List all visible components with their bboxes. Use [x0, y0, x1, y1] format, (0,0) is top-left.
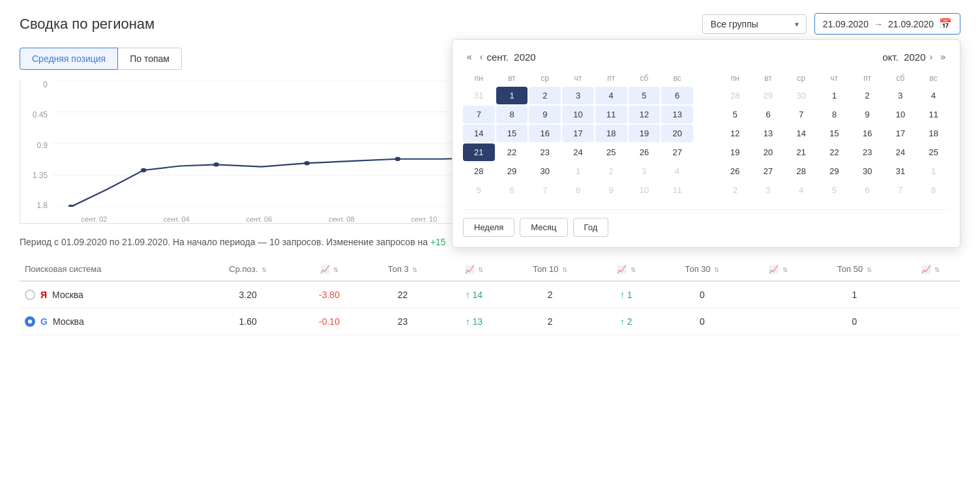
period-week[interactable]: Неделя	[463, 218, 514, 237]
sort-icon-top10[interactable]: ⇅	[562, 266, 567, 273]
cell-top30: 0	[656, 281, 749, 309]
cal-next[interactable]: ›	[926, 50, 937, 63]
cal-day[interactable]: 14	[463, 125, 495, 142]
cal-day[interactable]: 26	[629, 143, 661, 161]
radio-yandex[interactable]	[25, 290, 35, 300]
cal-day[interactable]: 17	[562, 125, 594, 142]
cal-day[interactable]: 25	[595, 143, 627, 161]
cal-day[interactable]: 13	[661, 106, 693, 123]
cal-day[interactable]: 15	[496, 125, 528, 142]
sort-icon-top3[interactable]: ⇅	[412, 266, 417, 273]
cal-day[interactable]: 24	[885, 143, 917, 161]
cal-day[interactable]: 16	[852, 125, 883, 142]
cal-day[interactable]: 11	[917, 106, 949, 123]
sort-icon-top50-chart[interactable]: ⇅	[934, 266, 940, 273]
cal-day[interactable]: 3	[885, 87, 917, 104]
chart-icon-top10[interactable]: 📈	[617, 265, 627, 274]
chart-icon-avg[interactable]: 📈	[320, 265, 330, 274]
cal-day[interactable]: 27	[661, 143, 693, 161]
region-name: Москва	[53, 316, 84, 327]
cal-day: 1	[562, 162, 594, 180]
date-range-picker[interactable]: 21.09.2020 → 21.09.2020 📅	[814, 13, 960, 35]
sort-icon-top10-chart[interactable]: ⇅	[631, 266, 636, 273]
sort-icon-avg-chart[interactable]: ⇅	[333, 266, 338, 273]
cal-day[interactable]: 20	[661, 125, 693, 142]
period-year[interactable]: Год	[573, 218, 609, 237]
period-month[interactable]: Месяц	[520, 218, 567, 237]
cal-day[interactable]: 3	[562, 87, 594, 104]
cal-day[interactable]: 1	[818, 87, 850, 104]
chart-icon-top3[interactable]: 📈	[465, 265, 475, 274]
cal-day[interactable]: 8	[818, 106, 850, 123]
cal-day[interactable]: 24	[562, 143, 594, 161]
groups-select[interactable]: Все группы	[702, 14, 807, 34]
cal-day[interactable]: 12	[629, 106, 661, 123]
cal-weekday: пт	[852, 71, 883, 85]
sort-icon-top30[interactable]: ⇅	[714, 266, 719, 273]
radio-google[interactable]	[25, 316, 35, 327]
cal-day[interactable]: 7	[463, 106, 495, 123]
cal-day[interactable]: 26	[719, 162, 751, 180]
cal-day[interactable]: 20	[752, 143, 784, 161]
sort-icon-avg[interactable]: ⇅	[261, 266, 267, 273]
cal-day[interactable]: 5	[629, 87, 661, 104]
cal-day[interactable]: 17	[885, 125, 917, 142]
cal-day[interactable]: 6	[752, 106, 784, 123]
cal-day[interactable]: 27	[752, 162, 784, 180]
cal-day[interactable]: 8	[496, 106, 528, 123]
cal-day[interactable]: 29	[818, 162, 850, 180]
cal-day[interactable]: 10	[885, 106, 917, 123]
cal-day[interactable]: 2	[529, 87, 561, 104]
chart-icon-top30[interactable]: 📈	[769, 265, 779, 274]
cal-day[interactable]: 30	[529, 162, 561, 180]
cal-day[interactable]: 19	[719, 143, 751, 161]
cal-day[interactable]: 10	[562, 106, 594, 123]
x-label-3: сент. 06	[246, 215, 272, 223]
cal-day[interactable]: 6	[661, 87, 693, 104]
table-row: Я Москва 3.20 -3.80 22 ↑ 14 2 ↑ 1 0 1	[20, 281, 960, 309]
cal-day[interactable]: 13	[752, 125, 784, 142]
cal-day[interactable]: 5	[719, 106, 751, 123]
cal-prev[interactable]: ‹	[476, 50, 487, 63]
cal-day[interactable]: 9	[852, 106, 883, 123]
cal-day[interactable]: 14	[785, 125, 817, 142]
col-top50-chart: 📈 ⇅	[900, 258, 960, 281]
cal-day[interactable]: 18	[917, 125, 949, 142]
calendar-icon: 📅	[939, 18, 952, 30]
cal-day[interactable]: 1	[496, 87, 528, 104]
cal-day[interactable]: 11	[595, 106, 627, 123]
sort-icon-top50[interactable]: ⇅	[867, 266, 872, 273]
cal-day[interactable]: 28	[785, 162, 817, 180]
cal-day[interactable]: 30	[852, 162, 883, 180]
cal-day[interactable]: 23	[852, 143, 883, 161]
cal-day[interactable]: 7	[785, 106, 817, 123]
cal-day[interactable]: 25	[917, 143, 949, 161]
sort-icon-top3-chart[interactable]: ⇅	[478, 266, 483, 273]
cal-day[interactable]: 19	[629, 125, 661, 142]
cal-day[interactable]: 23	[529, 143, 561, 161]
cal-day[interactable]: 4	[917, 87, 949, 104]
cal-day[interactable]: 22	[496, 143, 528, 161]
cal-day[interactable]: 21	[785, 143, 817, 161]
cal-day[interactable]: 18	[595, 125, 627, 142]
cal-day[interactable]: 31	[885, 162, 917, 180]
cal-day[interactable]: 12	[719, 125, 751, 142]
tab-by-tops[interactable]: По топам	[118, 48, 182, 70]
sort-icon-top30-chart[interactable]: ⇅	[782, 266, 788, 273]
cal-prev-prev[interactable]: «	[463, 50, 476, 63]
cal-day[interactable]: 29	[496, 162, 528, 180]
cal-day[interactable]: 2	[852, 87, 883, 104]
cal-day[interactable]: 28	[463, 162, 495, 180]
calendar-overlay: « ‹ сент. 2020 пнвтсрчтптсбвс31123456789…	[452, 39, 960, 248]
cal-day[interactable]: 21	[463, 143, 495, 161]
chart-icon-top50[interactable]: 📈	[921, 265, 931, 274]
cal-day[interactable]: 16	[529, 125, 561, 142]
cal-day[interactable]: 15	[818, 125, 850, 142]
tab-avg-position[interactable]: Средняя позиция	[20, 48, 118, 70]
cal-day[interactable]: 9	[529, 106, 561, 123]
table-row: G Москва 1.60 -0.10 23 ↑ 13 2 ↑ 2 0 0	[20, 309, 960, 335]
cal-day[interactable]: 22	[818, 143, 850, 161]
col-top3-label: Топ 3	[388, 264, 409, 274]
cal-next-next[interactable]: »	[936, 50, 949, 63]
cal-day[interactable]: 4	[595, 87, 627, 104]
